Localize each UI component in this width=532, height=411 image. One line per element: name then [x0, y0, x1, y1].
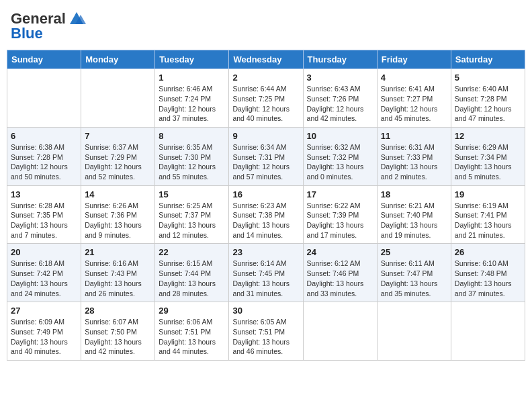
day-number: 13	[11, 189, 77, 199]
calendar-cell: 19Sunrise: 6:19 AMSunset: 7:41 PMDayligh…	[451, 185, 525, 244]
sunset-text: Sunset: 7:32 PM	[307, 152, 373, 163]
day-detail: Sunrise: 6:44 AMSunset: 7:25 PMDaylight:…	[232, 84, 299, 124]
weekday-header-tuesday: Tuesday	[155, 50, 229, 69]
daylight-text: Daylight: 13 hours and 7 minutes.	[11, 220, 77, 240]
daylight-text: Daylight: 13 hours and 42 minutes.	[85, 337, 151, 357]
calendar-cell: 6Sunrise: 6:38 AMSunset: 7:28 PMDaylight…	[7, 127, 81, 185]
day-detail: Sunrise: 6:14 AMSunset: 7:45 PMDaylight:…	[232, 259, 299, 298]
daylight-text: Daylight: 13 hours and 33 minutes.	[307, 279, 373, 298]
calendar-cell: 12Sunrise: 6:29 AMSunset: 7:34 PMDayligh…	[451, 127, 525, 185]
calendar-cell: 22Sunrise: 6:15 AMSunset: 7:44 PMDayligh…	[155, 244, 229, 302]
daylight-text: Daylight: 13 hours and 26 minutes.	[85, 279, 151, 298]
day-detail: Sunrise: 6:09 AMSunset: 7:49 PMDaylight:…	[11, 317, 77, 357]
day-detail: Sunrise: 6:10 AMSunset: 7:48 PMDaylight:…	[455, 259, 521, 298]
daylight-text: Daylight: 13 hours and 31 minutes.	[232, 279, 299, 298]
day-number: 21	[85, 247, 151, 257]
sunrise-text: Sunrise: 6:31 AM	[381, 142, 447, 152]
sunset-text: Sunset: 7:44 PM	[159, 269, 225, 279]
sunset-text: Sunset: 7:33 PM	[381, 152, 447, 163]
calendar-cell	[303, 302, 377, 361]
sunset-text: Sunset: 7:28 PM	[11, 152, 77, 163]
sunset-text: Sunset: 7:31 PM	[232, 152, 299, 163]
daylight-text: Daylight: 13 hours and 28 minutes.	[159, 279, 225, 298]
sunrise-text: Sunrise: 6:32 AM	[307, 142, 373, 152]
sunrise-text: Sunrise: 6:28 AM	[11, 201, 77, 211]
daylight-text: Daylight: 13 hours and 9 minutes.	[85, 220, 151, 240]
sunrise-text: Sunrise: 6:11 AM	[381, 259, 447, 269]
calendar-cell: 15Sunrise: 6:25 AMSunset: 7:37 PMDayligh…	[155, 185, 229, 244]
daylight-text: Daylight: 13 hours and 44 minutes.	[159, 337, 225, 357]
sunset-text: Sunset: 7:25 PM	[232, 94, 299, 104]
sunrise-text: Sunrise: 6:22 AM	[307, 201, 373, 211]
day-detail: Sunrise: 6:41 AMSunset: 7:27 PMDaylight:…	[381, 84, 447, 124]
weekday-header-friday: Friday	[377, 50, 451, 69]
daylight-text: Daylight: 12 hours and 42 minutes.	[307, 104, 373, 124]
sunrise-text: Sunrise: 6:23 AM	[232, 201, 299, 211]
weekday-header-thursday: Thursday	[303, 50, 377, 69]
day-number: 8	[159, 131, 225, 141]
day-detail: Sunrise: 6:40 AMSunset: 7:28 PMDaylight:…	[455, 84, 521, 124]
calendar-cell: 27Sunrise: 6:09 AMSunset: 7:49 PMDayligh…	[7, 302, 81, 361]
daylight-text: Daylight: 12 hours and 45 minutes.	[381, 104, 447, 124]
sunset-text: Sunset: 7:40 PM	[381, 210, 447, 220]
daylight-text: Daylight: 13 hours and 21 minutes.	[455, 220, 521, 240]
calendar-cell: 23Sunrise: 6:14 AMSunset: 7:45 PMDayligh…	[229, 244, 303, 302]
sunrise-text: Sunrise: 6:38 AM	[11, 142, 77, 152]
calendar-cell	[451, 302, 525, 361]
day-detail: Sunrise: 6:23 AMSunset: 7:38 PMDaylight:…	[232, 201, 299, 240]
day-number: 12	[455, 131, 521, 141]
sunrise-text: Sunrise: 6:37 AM	[85, 142, 151, 152]
day-number: 5	[455, 73, 521, 83]
daylight-text: Daylight: 13 hours and 12 minutes.	[159, 220, 225, 240]
sunrise-text: Sunrise: 6:18 AM	[11, 259, 77, 269]
day-number: 27	[11, 306, 77, 316]
day-number: 9	[232, 131, 299, 141]
daylight-text: Daylight: 12 hours and 52 minutes.	[85, 162, 151, 181]
day-number: 24	[307, 247, 373, 257]
daylight-text: Daylight: 13 hours and 24 minutes.	[11, 279, 77, 298]
sunrise-text: Sunrise: 6:44 AM	[232, 84, 299, 94]
day-number: 28	[85, 306, 151, 316]
calendar-cell: 30Sunrise: 6:05 AMSunset: 7:51 PMDayligh…	[229, 302, 303, 361]
calendar-cell: 9Sunrise: 6:34 AMSunset: 7:31 PMDaylight…	[229, 127, 303, 185]
sunrise-text: Sunrise: 6:46 AM	[159, 84, 225, 94]
daylight-text: Daylight: 13 hours and 17 minutes.	[307, 220, 373, 240]
sunset-text: Sunset: 7:47 PM	[381, 269, 447, 279]
sunset-text: Sunset: 7:41 PM	[455, 210, 521, 220]
daylight-text: Daylight: 13 hours and 35 minutes.	[381, 279, 447, 298]
day-number: 14	[85, 189, 151, 199]
calendar-cell: 1Sunrise: 6:46 AMSunset: 7:24 PMDaylight…	[155, 69, 229, 128]
logo-icon	[67, 9, 86, 28]
daylight-text: Daylight: 12 hours and 47 minutes.	[455, 104, 521, 124]
day-detail: Sunrise: 6:26 AMSunset: 7:36 PMDaylight:…	[85, 201, 151, 240]
day-number: 11	[381, 131, 447, 141]
day-detail: Sunrise: 6:19 AMSunset: 7:41 PMDaylight:…	[455, 201, 521, 240]
day-number: 4	[381, 73, 447, 83]
sunrise-text: Sunrise: 6:10 AM	[455, 259, 521, 269]
daylight-text: Daylight: 12 hours and 50 minutes.	[11, 162, 77, 181]
calendar-cell: 16Sunrise: 6:23 AMSunset: 7:38 PMDayligh…	[229, 185, 303, 244]
day-detail: Sunrise: 6:15 AMSunset: 7:44 PMDaylight:…	[159, 259, 225, 298]
sunrise-text: Sunrise: 6:19 AM	[455, 201, 521, 211]
daylight-text: Daylight: 13 hours and 2 minutes.	[381, 162, 447, 181]
day-number: 17	[307, 189, 373, 199]
daylight-text: Daylight: 12 hours and 37 minutes.	[159, 104, 225, 124]
calendar-cell	[377, 302, 451, 361]
day-detail: Sunrise: 6:06 AMSunset: 7:51 PMDaylight:…	[159, 317, 225, 357]
day-number: 16	[232, 189, 299, 199]
day-detail: Sunrise: 6:25 AMSunset: 7:37 PMDaylight:…	[159, 201, 225, 240]
weekday-header-wednesday: Wednesday	[229, 50, 303, 69]
daylight-text: Daylight: 13 hours and 46 minutes.	[232, 337, 299, 357]
sunset-text: Sunset: 7:35 PM	[11, 210, 77, 220]
sunrise-text: Sunrise: 6:41 AM	[381, 84, 447, 94]
sunset-text: Sunset: 7:36 PM	[85, 210, 151, 220]
calendar-cell: 20Sunrise: 6:18 AMSunset: 7:42 PMDayligh…	[7, 244, 81, 302]
sunset-text: Sunset: 7:50 PM	[85, 327, 151, 337]
daylight-text: Daylight: 13 hours and 37 minutes.	[455, 279, 521, 298]
sunset-text: Sunset: 7:38 PM	[232, 210, 299, 220]
calendar-cell	[7, 69, 81, 128]
day-number: 10	[307, 131, 373, 141]
daylight-text: Daylight: 13 hours and 19 minutes.	[381, 220, 447, 240]
weekday-header-sunday: Sunday	[7, 50, 81, 69]
week-row-4: 20Sunrise: 6:18 AMSunset: 7:42 PMDayligh…	[7, 244, 525, 302]
